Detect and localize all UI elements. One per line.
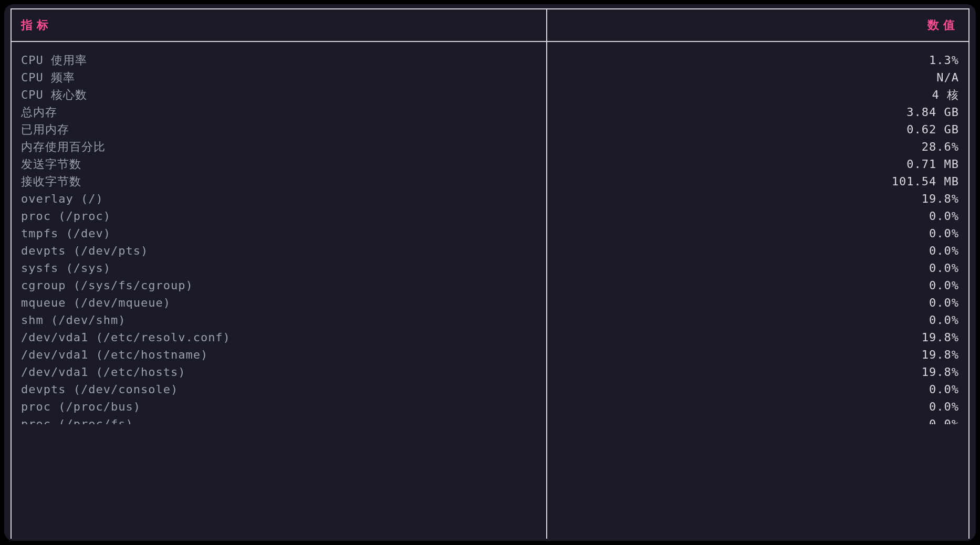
metric-label: /dev/vda1 (/etc/hostname) [21,346,537,363]
header-value-label: 数值 [927,17,959,33]
metric-value: 0.0% [557,311,959,329]
table-body: CPU 使用率CPU 频率CPU 核心数总内存已用内存内存使用百分比发送字节数接… [12,42,968,539]
header-metric-label: 指标 [21,17,53,33]
metric-label: CPU 核心数 [21,86,537,103]
metrics-table: 指标 数值 CPU 使用率CPU 频率CPU 核心数总内存已用内存内存使用百分比… [11,8,969,539]
metric-label: CPU 使用率 [21,51,537,69]
metric-value: 0.0% [557,207,959,225]
metric-value: 19.8% [557,329,959,346]
metric-label: 总内存 [21,103,537,121]
metric-value: 0.0% [557,381,959,398]
metrics-panel: 指标 数值 CPU 使用率CPU 频率CPU 核心数总内存已用内存内存使用百分比… [4,4,976,541]
metric-value: 19.8% [557,346,959,363]
metric-value: 0.0% [557,259,959,277]
metric-label: proc (/proc) [21,207,537,225]
metric-label: /dev/vda1 (/etc/resolv.conf) [21,329,537,346]
metric-value: 19.8% [557,363,959,381]
metric-value: 3.84 GB [557,103,959,121]
metric-label: 发送字节数 [21,155,537,173]
metric-label: 已用内存 [21,121,537,138]
metric-value: N/A [557,69,959,86]
metric-label: CPU 频率 [21,69,537,86]
metric-label: overlay (/) [21,190,537,207]
metric-label: proc (/proc/fs) [21,415,537,424]
metric-label: cgroup (/sys/fs/cgroup) [21,277,537,294]
metric-label: 内存使用百分比 [21,138,537,155]
table-header: 指标 数值 [12,9,968,42]
metric-label: proc (/proc/bus) [21,398,537,415]
metric-value: 0.0% [557,294,959,311]
metric-value: 0.71 MB [557,155,959,173]
value-column: 1.3%N/A4 核3.84 GB0.62 GB28.6%0.71 MB101.… [547,42,968,539]
metric-label: shm (/dev/shm) [21,311,537,329]
header-cell-value: 数值 [547,9,968,41]
metric-value: 0.0% [557,242,959,259]
metric-value: 19.8% [557,190,959,207]
metric-label: devpts (/dev/console) [21,381,537,398]
metric-value: 28.6% [557,138,959,155]
metric-value: 1.3% [557,51,959,69]
metric-value: 4 核 [557,86,959,103]
metric-label: /dev/vda1 (/etc/hosts) [21,363,537,381]
metric-label: 接收字节数 [21,173,537,190]
metric-value: 0.62 GB [557,121,959,138]
metric-value: 0.0% [557,277,959,294]
metric-label: mqueue (/dev/mqueue) [21,294,537,311]
metric-value: 0.0% [557,225,959,242]
metric-label: tmpfs (/dev) [21,225,537,242]
metric-value: 0.0% [557,398,959,415]
metric-label: sysfs (/sys) [21,259,537,277]
metric-column: CPU 使用率CPU 频率CPU 核心数总内存已用内存内存使用百分比发送字节数接… [12,42,547,539]
header-cell-metric: 指标 [12,9,547,41]
metric-value: 0.0% [557,415,959,424]
metric-label: devpts (/dev/pts) [21,242,537,259]
metric-value: 101.54 MB [557,173,959,190]
